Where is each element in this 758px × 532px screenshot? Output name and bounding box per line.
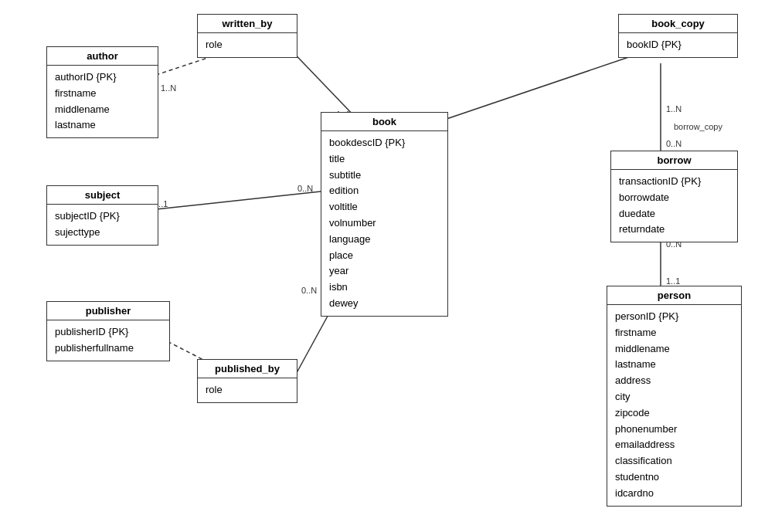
borrow-body: transactionID {PK} borrowdate duedate re… [611, 170, 737, 242]
book-copy-field-1: bookID {PK} [627, 37, 729, 53]
book-field-10: isbn [329, 280, 440, 296]
publisher-field-2: publisherfullname [55, 341, 161, 357]
person-field-5: address [615, 373, 733, 389]
publisher-field-1: publisherID {PK} [55, 324, 161, 341]
person-body: personID {PK} firstname middlename lastn… [607, 305, 741, 506]
author-field-1: authorID {PK} [55, 69, 150, 86]
book-entity: book bookdescID {PK} title subtitle edit… [321, 112, 448, 317]
published-by-header: published_by [198, 360, 297, 378]
person-field-6: city [615, 389, 733, 405]
person-entity: person personID {PK} firstname middlenam… [607, 286, 742, 507]
author-entity: author authorID {PK} firstname middlenam… [46, 46, 158, 138]
book-field-3: subtitle [329, 168, 440, 184]
person-field-12: idcardno [615, 486, 733, 502]
book-field-2: title [329, 151, 440, 168]
svg-line-4 [149, 191, 321, 210]
person-field-2: firstname [615, 325, 733, 341]
borrow-entity: borrow transactionID {PK} borrowdate due… [610, 151, 738, 242]
subject-body: subjectID {PK} sujecttype [47, 205, 158, 245]
svg-text:1..1: 1..1 [666, 276, 680, 286]
borrow-field-1: transactionID {PK} [619, 174, 729, 190]
erd-diagram: 1..N 1..1 1..1 0..N 1..N 0..N 0..N 1..N … [0, 0, 758, 532]
written-by-body: role [198, 33, 297, 57]
book-field-1: bookdescID {PK} [329, 135, 440, 151]
book-copy-header: book_copy [619, 15, 737, 33]
published-by-body: role [198, 378, 297, 402]
person-field-3: middlename [615, 341, 733, 357]
book-field-7: language [329, 232, 440, 248]
borrow-header: borrow [611, 151, 737, 170]
person-field-9: emailaddress [615, 437, 733, 453]
publisher-body: publisherID {PK} publisherfullname [47, 320, 169, 361]
author-body: authorID {PK} firstname middlename lastn… [47, 66, 158, 137]
person-field-8: phonenumber [615, 422, 733, 438]
published-by-field-1: role [206, 382, 289, 398]
svg-text:1..N: 1..N [161, 83, 176, 93]
book-field-6: volnumber [329, 215, 440, 232]
book-copy-body: bookID {PK} [619, 33, 737, 57]
author-field-3: middlename [55, 102, 150, 118]
person-field-1: personID {PK} [615, 309, 733, 325]
person-field-7: zipcode [615, 405, 733, 422]
author-header: author [47, 47, 158, 66]
svg-text:0..N: 0..N [666, 139, 682, 148]
subject-entity: subject subjectID {PK} sujecttype [46, 185, 158, 246]
book-field-11: dewey [329, 296, 440, 312]
book-header: book [321, 113, 447, 131]
svg-text:1..N: 1..N [666, 104, 682, 114]
written-by-entity: written_by role [197, 14, 297, 58]
borrow-field-3: duedate [619, 206, 729, 222]
subject-header: subject [47, 186, 158, 205]
book-field-4: edition [329, 183, 440, 199]
person-field-4: lastname [615, 357, 733, 373]
svg-text:0..N: 0..N [297, 184, 313, 193]
publisher-entity: publisher publisherID {PK} publisherfull… [46, 301, 170, 361]
book-field-5: voltitle [329, 199, 440, 215]
published-by-entity: published_by role [197, 359, 297, 403]
subject-field-2: sujecttype [55, 225, 150, 241]
person-field-10: classification [615, 453, 733, 469]
written-by-header: written_by [198, 15, 297, 33]
subject-field-1: subjectID {PK} [55, 208, 150, 225]
publisher-header: publisher [47, 302, 169, 320]
author-field-2: firstname [55, 86, 150, 102]
person-header: person [607, 286, 741, 305]
borrow-field-4: returndate [619, 222, 729, 238]
svg-text:0..N: 0..N [301, 286, 317, 295]
svg-text:borrow_copy: borrow_copy [674, 122, 722, 131]
book-copy-entity: book_copy bookID {PK} [618, 14, 738, 58]
written-by-field-1: role [206, 37, 289, 53]
author-field-4: lastname [55, 117, 150, 134]
book-body: bookdescID {PK} title subtitle edition v… [321, 131, 447, 316]
borrow-field-2: borrowdate [619, 190, 729, 206]
book-field-8: place [329, 248, 440, 264]
person-field-11: studentno [615, 469, 733, 486]
book-field-9: year [329, 263, 440, 280]
